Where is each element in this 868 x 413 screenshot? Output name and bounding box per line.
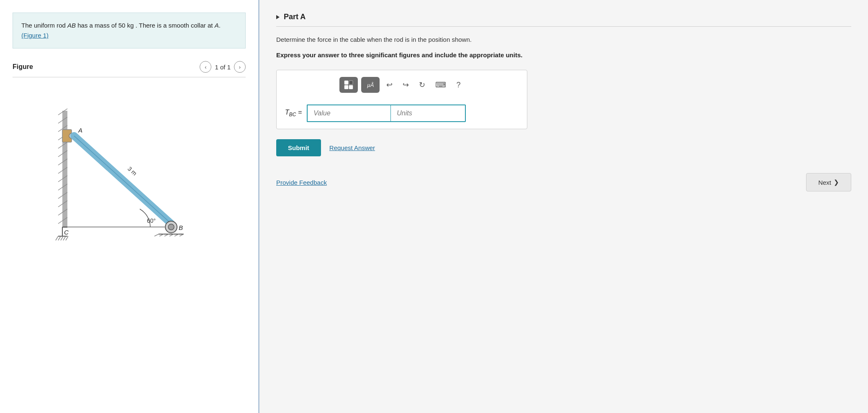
submit-button[interactable]: Submit — [276, 139, 321, 156]
undo-button[interactable]: ↩ — [383, 79, 396, 91]
keyboard-button[interactable]: ⌨ — [432, 79, 449, 91]
right-panel: Part A Determine the force in the cable … — [259, 0, 868, 413]
refresh-button[interactable]: ↻ — [416, 79, 429, 91]
mu-button[interactable]: μÅ — [361, 77, 380, 93]
answer-box: μÅ ↩ ↪ ↻ ⌨ ? TBC = — [276, 70, 527, 129]
matrix-button[interactable] — [339, 77, 358, 93]
figure-container: A B — [13, 86, 246, 405]
request-answer-button[interactable]: Request Answer — [329, 144, 375, 151]
page-indicator: 1 of 1 — [215, 64, 231, 71]
figure-label: Figure — [13, 63, 33, 71]
figure-svg: A B — [50, 86, 209, 261]
matrix-icon — [344, 80, 353, 89]
svg-line-36 — [61, 236, 63, 240]
action-row: Submit Request Answer — [276, 139, 851, 156]
provide-feedback-button[interactable]: Provide Feedback — [276, 179, 327, 186]
figure-link[interactable]: (Figure 1) — [21, 32, 49, 39]
figure-divider — [13, 77, 246, 77]
help-button[interactable]: ? — [453, 79, 464, 91]
problem-text: The uniform rod AB has a mass of 50 kg .… — [21, 22, 221, 29]
svg-rect-44 — [349, 81, 353, 84]
svg-text:C: C — [64, 229, 69, 236]
figure-nav: ‹ 1 of 1 › — [200, 61, 246, 73]
question-text: Determine the force in the cable when th… — [276, 35, 851, 45]
input-row: TBC = — [285, 105, 519, 122]
mu-label: μÅ — [367, 82, 374, 88]
left-panel: The uniform rod AB has a mass of 50 kg .… — [0, 0, 259, 413]
part-header: Part A — [276, 13, 851, 27]
mass-value: kg — [127, 22, 134, 29]
svg-rect-42 — [344, 81, 348, 84]
svg-point-20 — [168, 224, 174, 230]
equation-sub: BC — [289, 112, 296, 118]
units-input[interactable] — [390, 105, 466, 122]
point-a-label: A — [215, 22, 219, 29]
label-a: A — [78, 127, 82, 134]
figure-header: Figure ‹ 1 of 1 › — [13, 61, 246, 73]
redo-button[interactable]: ↪ — [399, 79, 412, 91]
next-figure-button[interactable]: › — [234, 61, 246, 73]
value-input[interactable] — [307, 105, 390, 122]
svg-text:B: B — [179, 224, 183, 231]
collapse-icon[interactable] — [276, 15, 280, 19]
svg-line-23 — [154, 234, 159, 236]
toolbar: μÅ ↩ ↪ ↻ ⌨ ? — [285, 77, 519, 98]
svg-line-34 — [56, 236, 58, 240]
svg-rect-45 — [349, 85, 353, 89]
rod-label: AB — [67, 22, 76, 29]
next-label: Next — [818, 179, 831, 186]
equation-label: TBC = — [285, 109, 302, 117]
prev-figure-button[interactable]: ‹ — [200, 61, 211, 73]
svg-line-35 — [58, 236, 61, 240]
svg-line-18 — [74, 136, 171, 224]
feedback-row: Provide Feedback Next ❯ — [276, 173, 851, 191]
problem-box: The uniform rod AB has a mass of 50 kg .… — [13, 13, 246, 48]
svg-text:3 m: 3 m — [126, 165, 138, 177]
svg-line-38 — [66, 236, 68, 240]
next-chevron-icon: ❯ — [834, 178, 839, 186]
part-title: Part A — [284, 13, 306, 21]
svg-text:60°: 60° — [147, 217, 156, 224]
instruction-text: Express your answer to three significant… — [276, 51, 851, 60]
next-button[interactable]: Next ❯ — [806, 173, 851, 191]
svg-rect-43 — [344, 85, 348, 89]
svg-line-37 — [63, 236, 66, 240]
